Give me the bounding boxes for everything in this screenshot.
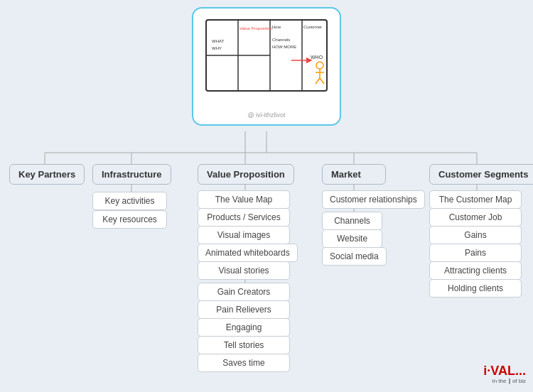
center-card-caption: @ ivi-ithzlivot xyxy=(199,111,334,119)
business-canvas-sketch: Value Proposition How Customer WHAT WHY … xyxy=(199,14,334,107)
item-market-3: Social media xyxy=(322,247,387,266)
svg-text:HOW MORE: HOW MORE xyxy=(272,45,296,49)
svg-text:WHAT: WHAT xyxy=(212,39,225,43)
svg-text:Value Proposition: Value Proposition xyxy=(239,26,273,31)
svg-text:WHO: WHO xyxy=(311,55,323,60)
item-customer-segments-4: Attracting clients xyxy=(429,261,522,280)
center-card: Value Proposition How Customer WHAT WHY … xyxy=(192,7,341,126)
item-customer-segments-5: Holding clients xyxy=(429,279,522,298)
item-market-0: Customer relationships xyxy=(322,190,425,209)
item-value-proposition-6: Pain Relievers xyxy=(198,300,290,319)
item-customer-segments-3: Pains xyxy=(429,244,522,262)
item-customer-segments-1: Customer Job xyxy=(429,208,522,227)
item-market-2: Website xyxy=(322,229,382,248)
svg-line-19 xyxy=(320,78,324,84)
item-value-proposition-2: Visual images xyxy=(198,226,290,244)
item-value-proposition-1: Products / Services xyxy=(198,208,290,227)
item-market-1: Channels xyxy=(322,212,382,230)
item-customer-segments-2: Gains xyxy=(429,226,522,244)
item-infrastructure-1: Key resources xyxy=(92,210,167,229)
svg-point-15 xyxy=(316,62,323,69)
item-value-proposition-8: Tell stories xyxy=(198,336,290,354)
item-infrastructure-0: Key activities xyxy=(92,192,167,210)
col-header-customer-segments: Customer Segments xyxy=(429,164,533,185)
item-value-proposition-5: Gain Creators xyxy=(198,283,290,301)
item-customer-segments-0: The Customer Map xyxy=(429,190,522,209)
item-value-proposition-4: Visual stories xyxy=(198,261,290,280)
col-header-infrastructure: Infrastructure xyxy=(92,164,171,185)
col-header-value-proposition: Value Proposition xyxy=(198,164,294,185)
item-value-proposition-3: Animated whiteboards xyxy=(198,244,298,262)
logo-sub: in the ∥ of biz xyxy=(483,379,526,385)
svg-text:How: How xyxy=(272,25,281,29)
item-value-proposition-7: Engaging xyxy=(198,318,290,337)
svg-text:WHY: WHY xyxy=(212,46,222,50)
col-header-key-partners: Key Partners xyxy=(9,164,85,185)
logo: i·VAL... in the ∥ of biz xyxy=(483,364,526,385)
svg-line-18 xyxy=(316,78,320,84)
item-value-proposition-0: The Value Map xyxy=(198,190,290,209)
svg-text:Channels: Channels xyxy=(272,38,290,42)
col-header-market: Market xyxy=(322,164,386,185)
item-value-proposition-9: Saves time xyxy=(198,354,290,372)
svg-text:Customer: Customer xyxy=(303,25,322,29)
logo-main: i·VAL... xyxy=(483,364,526,379)
